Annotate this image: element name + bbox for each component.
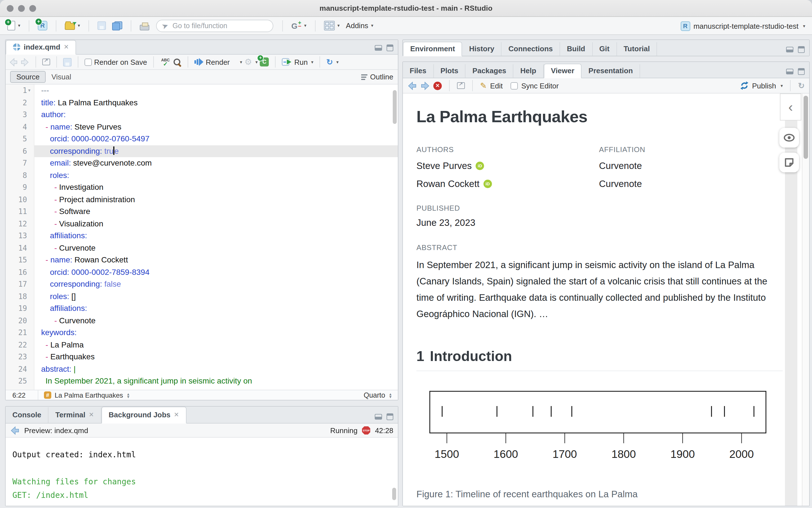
chevron-down-icon[interactable]: ▾	[781, 83, 783, 88]
tab-git[interactable]: Git	[593, 42, 617, 56]
code-line[interactable]: 17 corresponding: false	[6, 278, 398, 290]
outline-button[interactable]: Outline	[361, 73, 393, 81]
code-line[interactable]: 21keywords:	[6, 327, 398, 339]
save-button[interactable]	[96, 20, 108, 31]
console-output[interactable]: Output created: index.html Watching file…	[6, 437, 398, 506]
annotation-note-button[interactable]	[779, 153, 799, 172]
code-line[interactable]: 2title: La Palma Earthquakes	[6, 96, 398, 109]
tab-index-qmd[interactable]: index.qmd ✕	[6, 40, 76, 55]
stop-job-icon[interactable]: STOP	[362, 426, 370, 434]
maximize-pane-icon[interactable]	[798, 68, 805, 75]
annotation-sidebar-toggle[interactable]: ‹	[780, 93, 801, 121]
tab-plots[interactable]: Plots	[434, 64, 466, 78]
orcid-icon[interactable]: iD	[484, 180, 492, 188]
tab-presentation[interactable]: Presentation	[582, 64, 640, 78]
code-line[interactable]: 7 email: steve@curvenote.com	[6, 157, 398, 169]
code-line[interactable]: 15 - name: Rowan Cockett	[6, 254, 398, 266]
tab-environment[interactable]: Environment	[403, 42, 462, 56]
chevron-down-icon[interactable]: ▾	[336, 59, 339, 65]
project-menu-button[interactable]: R manuscript-template-rstudio-test ▾	[681, 17, 805, 35]
open-in-new-window-icon[interactable]	[457, 82, 465, 89]
code-line[interactable]: 8 roles:	[6, 169, 398, 181]
print-button[interactable]	[138, 20, 151, 31]
tab-build[interactable]: Build	[560, 42, 593, 56]
rerun-icon[interactable]: ↻	[326, 57, 333, 67]
code-line[interactable]: 10 - Project administration	[6, 194, 398, 206]
tab-history[interactable]: History	[462, 42, 502, 56]
tab-viewer[interactable]: Viewer	[543, 64, 581, 78]
code-line[interactable]: 4 - name: Steve Purves	[6, 121, 398, 133]
orcid-icon[interactable]: iD	[476, 162, 484, 170]
code-line[interactable]: 20 - Curvenote	[6, 314, 398, 327]
maximize-pane-icon[interactable]	[387, 44, 393, 51]
code-line[interactable]: 19 affiliations:	[6, 302, 398, 314]
save-all-button[interactable]	[111, 20, 124, 31]
code-line[interactable]: 25 In September 2021, a significant jump…	[6, 375, 398, 387]
maximize-pane-icon[interactable]	[798, 46, 805, 53]
code-line[interactable]: 22 - La Palma	[6, 339, 398, 351]
console-scrollbar[interactable]	[392, 488, 396, 500]
tab-connections[interactable]: Connections	[502, 42, 560, 56]
forward-icon[interactable]	[20, 58, 29, 66]
save-document-icon[interactable]	[63, 58, 72, 66]
code-line[interactable]: 13 affiliations:	[6, 230, 398, 242]
open-file-button[interactable]: ▾	[63, 20, 82, 31]
render-on-save-checkbox[interactable]	[84, 58, 92, 66]
refresh-icon[interactable]: ↻	[798, 81, 805, 90]
render-button[interactable]: Render	[206, 58, 230, 66]
tab-background-jobs[interactable]: Background Jobs✕	[101, 407, 186, 424]
addins-menu-button[interactable]: Addins ▾	[344, 20, 375, 31]
code-line[interactable]: 11 - Software	[6, 206, 398, 218]
tab-help[interactable]: Help	[514, 64, 543, 78]
minimize-pane-icon[interactable]	[786, 69, 794, 74]
viewer-scrollbar-thumb[interactable]	[804, 96, 808, 159]
workspace-panes-button[interactable]: ▾	[322, 20, 341, 32]
code-line[interactable]: 26 the island of La Palma (Canary Island…	[6, 387, 398, 390]
new-file-button[interactable]: ▾	[6, 20, 22, 32]
chevron-down-icon[interactable]: ▾	[255, 59, 257, 65]
tab-files[interactable]: Files	[403, 64, 434, 78]
new-project-button[interactable]: R	[36, 20, 49, 32]
back-to-jobs-icon[interactable]	[10, 426, 20, 434]
tab-tutorial[interactable]: Tutorial	[617, 42, 657, 56]
publish-button[interactable]: Publish	[752, 81, 776, 90]
code-line[interactable]: 12 - Visualization	[6, 218, 398, 230]
open-in-new-window-icon[interactable]	[42, 58, 50, 65]
code-line[interactable]: 1▾---	[6, 84, 398, 96]
viewer-scrollbar[interactable]	[802, 93, 809, 506]
maximize-pane-icon[interactable]	[387, 413, 393, 420]
code-line[interactable]: 5 orcid: 0000-0002-0760-5497	[6, 133, 398, 145]
goto-file-function-input[interactable]	[171, 21, 256, 30]
code-line[interactable]: 9 - Investigation	[6, 181, 398, 194]
code-editor[interactable]: 1▾---2title: La Palma Earthquakes3author…	[6, 84, 398, 390]
edit-icon[interactable]: ✎	[480, 81, 487, 90]
restore-pane-icon[interactable]	[786, 47, 794, 52]
run-button[interactable]: Run	[294, 58, 308, 66]
git-menu-button[interactable]: G+− ▾	[290, 20, 308, 31]
close-tab-icon[interactable]: ✕	[174, 411, 179, 418]
chevron-down-icon[interactable]: ▾	[311, 59, 313, 65]
find-replace-icon[interactable]	[173, 58, 181, 66]
code-line[interactable]: 23 - Earthquakes	[6, 351, 398, 363]
code-line[interactable]: 6 corresponding: true	[6, 145, 398, 157]
code-line[interactable]: 18 roles: []	[6, 290, 398, 302]
fold-icon[interactable]: ▾	[28, 84, 31, 96]
goto-file-function-box[interactable]: ➤	[156, 19, 273, 32]
viewer-forward-icon[interactable]	[420, 81, 430, 90]
clear-viewer-icon[interactable]: ✕	[433, 81, 442, 90]
tab-packages[interactable]: Packages	[466, 64, 514, 78]
sync-editor-checkbox[interactable]	[511, 82, 518, 89]
source-mode-button[interactable]: Source	[10, 71, 46, 83]
code-line[interactable]: 24abstract: |	[6, 363, 398, 375]
annotation-show-button[interactable]	[779, 128, 799, 147]
tab-terminal[interactable]: Terminal✕	[49, 407, 102, 423]
gear-icon[interactable]: ⚙	[245, 57, 252, 67]
close-tab-icon[interactable]: ✕	[64, 43, 69, 51]
minimize-pane-icon[interactable]	[375, 45, 382, 51]
section-jump-menu[interactable]: La Palma Earthquakes	[55, 391, 123, 399]
code-line[interactable]: 14 - Curvenote	[6, 242, 398, 254]
tab-console[interactable]: Console	[6, 407, 49, 423]
insert-chunk-icon[interactable]: C	[260, 57, 269, 67]
visual-mode-button[interactable]: Visual	[46, 72, 77, 82]
chevron-down-icon[interactable]: ▾	[240, 59, 242, 65]
